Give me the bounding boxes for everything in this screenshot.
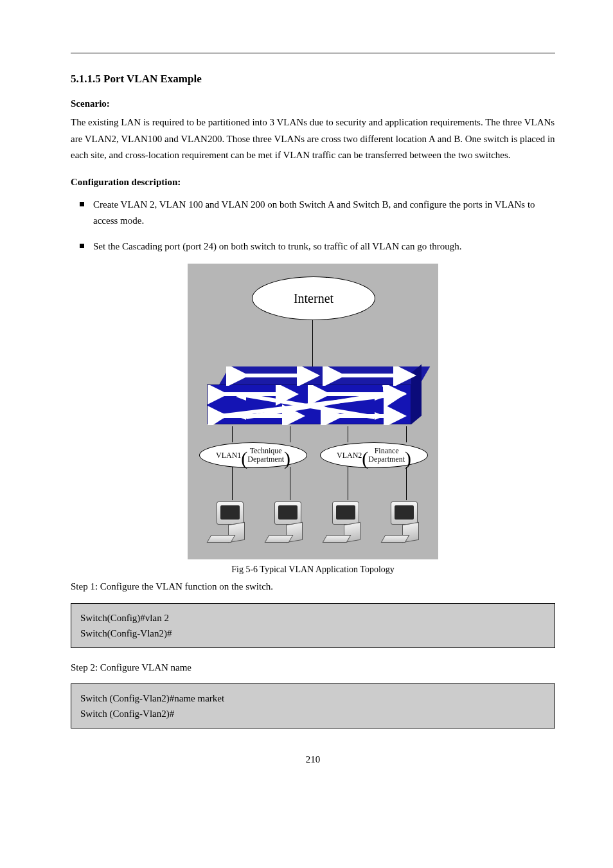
- header-rule: [71, 53, 555, 53]
- scenario-subheading: Scenario:: [71, 98, 555, 109]
- pc-icon: [324, 502, 363, 544]
- bullet-list: Create VLAN 2, VLAN 100 and VLAN 200 on …: [80, 197, 555, 255]
- section-heading: 5.1.1.5 Port VLAN Example: [71, 73, 555, 86]
- connector-line: [290, 467, 290, 500]
- bullet-text: Create VLAN 2, VLAN 100 and VLAN 200 on …: [93, 197, 555, 230]
- figure: Internet: [188, 264, 438, 575]
- vlan1-prefix: VLAN1: [216, 451, 241, 460]
- pc-icon: [209, 502, 247, 544]
- list-item: Set the Cascading port (port 24) on both…: [80, 239, 555, 255]
- switch-device: [207, 366, 419, 424]
- connector-line: [232, 467, 233, 500]
- page-number: 210: [71, 754, 555, 765]
- connector-line: [232, 426, 233, 442]
- internet-label: Internet: [294, 291, 333, 306]
- document-page: 5.1.1.5 Port VLAN Example Scenario: The …: [0, 0, 613, 804]
- connector-line: [312, 320, 313, 370]
- vlan2-line2: Department: [368, 455, 405, 464]
- bullet-text: Set the Cascading port (port 24) on both…: [93, 239, 462, 255]
- switch-top-arrows-icon: [216, 366, 428, 386]
- vlan2-text: Finance Department: [368, 447, 405, 463]
- connector-line: [348, 467, 348, 500]
- pc-icon: [267, 502, 305, 544]
- vlan1-node: VLAN1 ( Technique Department ): [199, 442, 307, 468]
- connector-line: [348, 426, 348, 442]
- connector-line: [406, 467, 407, 500]
- svg-marker-2: [236, 393, 246, 401]
- scenario-paragraph: The existing LAN is required to be parti…: [71, 114, 555, 164]
- bullet-icon: [80, 244, 84, 248]
- vlan2-node: VLAN2 ( Finance Department ): [320, 442, 428, 468]
- svg-marker-1: [375, 412, 385, 420]
- list-item: Create VLAN 2, VLAN 100 and VLAN 200 on …: [80, 197, 555, 230]
- code-block-2: Switch (Config-Vlan2)#name market Switch…: [71, 683, 555, 728]
- bullet-icon: [80, 202, 84, 206]
- internet-node: Internet: [252, 276, 375, 320]
- step-1-text: Step 1: Configure the VLAN function on t…: [71, 579, 555, 595]
- code-block-1: Switch(Config)#vlan 2 Switch(Config-Vlan…: [71, 603, 555, 648]
- connector-line: [406, 426, 407, 442]
- vlan1-text: Technique Department: [247, 447, 284, 463]
- pc-icon: [383, 502, 422, 544]
- figure-caption: Fig 5-6 Typical VLAN Application Topolog…: [188, 565, 438, 575]
- switch-cross-icon: [208, 385, 412, 425]
- vlan1-line2: Department: [247, 455, 284, 464]
- step-2-text: Step 2: Configure VLAN name: [71, 660, 555, 676]
- network-diagram: Internet: [188, 264, 438, 559]
- vlan2-prefix: VLAN2: [337, 451, 362, 460]
- config-desc-subheading: Configuration description:: [71, 177, 555, 188]
- svg-marker-0: [375, 393, 385, 401]
- connector-line: [290, 426, 290, 442]
